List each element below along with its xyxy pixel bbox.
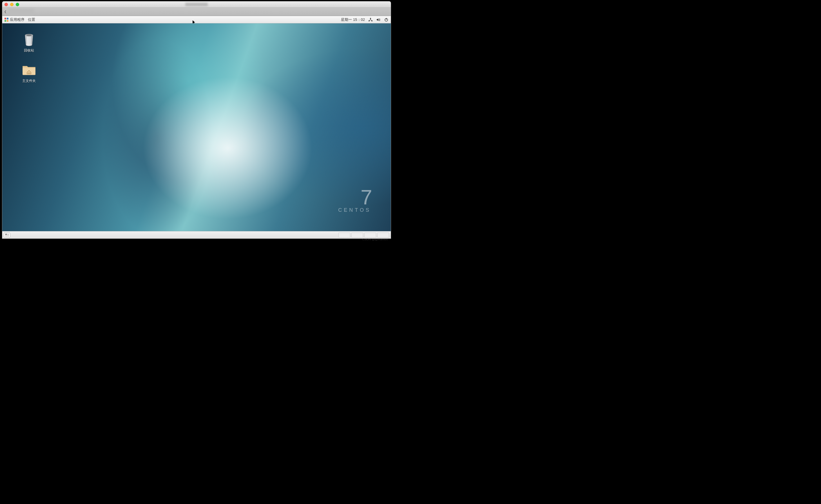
workspace-switcher[interactable] [4, 233, 10, 238]
tray-slot[interactable] [351, 233, 363, 238]
gnome-top-panel: 应用程序 位置 星期一 15：02 [2, 16, 391, 23]
applications-menu[interactable]: 应用程序 [5, 17, 24, 22]
window-controls [5, 3, 19, 6]
clock[interactable]: 星期一 15：02 [341, 17, 365, 22]
places-menu[interactable]: 位置 [28, 17, 35, 22]
host-titlebar [2, 1, 391, 8]
zoom-icon[interactable] [16, 3, 19, 6]
trash-bin-icon [22, 32, 36, 46]
guest-vm-screen: 应用程序 位置 星期一 15：02 [2, 16, 391, 238]
svg-rect-13 [7, 235, 9, 237]
tray-slot[interactable] [364, 233, 376, 238]
home-folder-label: 主文件夹 [22, 79, 36, 83]
network-icon[interactable] [368, 17, 373, 22]
close-icon[interactable] [5, 3, 8, 6]
power-icon[interactable] [384, 17, 389, 22]
tray-slot[interactable] [338, 233, 350, 238]
centos-name: CENTOS [338, 207, 371, 213]
back-icon[interactable] [4, 10, 7, 14]
tray-slot[interactable] [377, 233, 389, 238]
bottom-tray [338, 233, 389, 238]
places-label: 位置 [28, 17, 35, 22]
minimize-icon[interactable] [10, 3, 14, 6]
svg-point-0 [370, 18, 371, 19]
address-blurred [8, 9, 34, 15]
folder-home-icon [22, 62, 36, 77]
host-title-blurred [185, 3, 208, 6]
gnome-bottom-panel [2, 231, 391, 238]
svg-rect-12 [5, 235, 7, 237]
applications-icon [5, 18, 8, 22]
centos-version: 7 [338, 187, 371, 208]
svg-point-6 [26, 34, 32, 36]
trash-icon[interactable]: 回收站 [16, 32, 42, 53]
host-toolbar [2, 8, 391, 16]
trash-label: 回收站 [24, 48, 34, 53]
centos-branding: 7 CENTOS [338, 187, 371, 213]
svg-rect-10 [5, 234, 7, 235]
home-folder-icon[interactable]: 主文件夹 [16, 62, 42, 83]
applications-label: 应用程序 [10, 17, 24, 22]
volume-icon[interactable] [376, 17, 381, 22]
host-window: 应用程序 位置 星期一 15：02 [2, 1, 391, 238]
desktop[interactable]: 回收站 主文件夹 7 CENTOS [2, 23, 391, 231]
svg-rect-11 [7, 234, 9, 235]
